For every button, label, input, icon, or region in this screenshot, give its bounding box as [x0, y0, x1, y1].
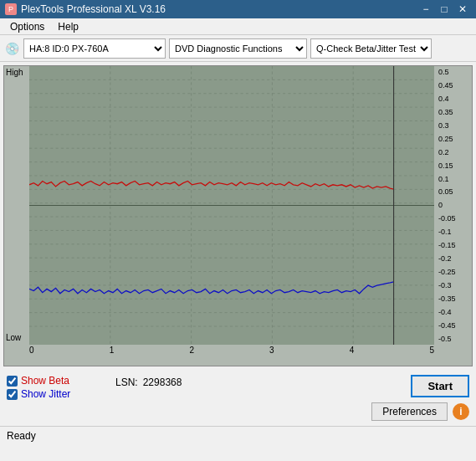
r-label-18: -0.4: [438, 308, 470, 316]
r-label-2: 0.4: [438, 95, 470, 103]
r-label-8: 0.1: [438, 175, 470, 183]
start-button[interactable]: Start: [411, 375, 469, 397]
x-label-1: 1: [110, 346, 115, 355]
menu-bar: Options Help: [0, 18, 476, 35]
menu-options[interactable]: Options: [3, 19, 51, 34]
beta-checkbox-row: Show Beta: [7, 375, 99, 387]
action-area: Start Preferences i: [371, 375, 469, 421]
bottom-panel: Show Beta Show Jitter LSN: 2298368 Start…: [0, 370, 476, 426]
x-label-4: 4: [350, 346, 355, 355]
minimize-button[interactable]: −: [417, 3, 434, 16]
function-select[interactable]: DVD Diagnostic Functions: [169, 38, 307, 59]
x-label-0: 0: [29, 346, 34, 355]
right-axis: 0.5 0.45 0.4 0.35 0.3 0.25 0.2 0.15 0.1 …: [437, 66, 472, 345]
lsn-area: LSN: 2298368: [115, 375, 182, 388]
r-label-1: 0.45: [438, 81, 470, 90]
lsn-value: 2298368: [143, 376, 182, 388]
r-label-5: 0.25: [438, 135, 470, 143]
r-label-0: 0.5: [438, 68, 470, 76]
r-label-4: 0.3: [438, 121, 470, 130]
beta-label: Show Beta: [21, 375, 69, 387]
r-label-16: -0.3: [438, 281, 470, 289]
preferences-button[interactable]: Preferences: [371, 402, 448, 421]
r-label-6: 0.2: [438, 148, 470, 156]
toolbar: 💿 HA:8 ID:0 PX-760A DVD Diagnostic Funct…: [0, 35, 476, 62]
chart-plot-area: [29, 66, 434, 345]
x-label-5: 5: [429, 346, 434, 355]
test-select[interactable]: Q-Check Beta/Jitter Test: [310, 38, 432, 59]
status-bar: Ready: [0, 426, 476, 444]
y-axis-high-label: High: [6, 68, 23, 77]
close-button[interactable]: ✕: [454, 3, 471, 16]
r-label-12: -0.1: [438, 228, 470, 236]
menu-help[interactable]: Help: [51, 19, 85, 34]
window-title: PlexTools Professional XL V3.16: [21, 3, 416, 15]
jitter-checkbox-row: Show Jitter: [7, 388, 99, 400]
r-label-20: -0.5: [438, 335, 470, 343]
info-icon[interactable]: i: [453, 403, 469, 420]
r-label-7: 0.15: [438, 161, 470, 170]
r-label-9: 0.05: [438, 187, 470, 196]
chart-svg: [29, 66, 434, 345]
r-label-13: -0.15: [438, 241, 470, 249]
beta-checkbox[interactable]: [7, 376, 18, 387]
x-label-3: 3: [269, 346, 274, 355]
preferences-row: Preferences i: [371, 402, 469, 421]
jitter-label: Show Jitter: [21, 388, 70, 400]
r-label-17: -0.35: [438, 295, 470, 303]
drive-select[interactable]: HA:8 ID:0 PX-760A: [23, 38, 166, 59]
x-label-2: 2: [189, 346, 194, 355]
status-text: Ready: [7, 430, 36, 442]
checkboxes-area: Show Beta Show Jitter: [7, 375, 99, 400]
jitter-checkbox[interactable]: [7, 389, 18, 400]
chart-container: High Low: [3, 65, 473, 366]
r-label-19: -0.45: [438, 321, 470, 330]
r-label-3: 0.35: [438, 108, 470, 116]
r-label-14: -0.2: [438, 254, 470, 263]
x-axis: 0 1 2 3 4 5: [29, 346, 434, 364]
y-axis-low-label: Low: [6, 333, 21, 342]
maximize-button[interactable]: □: [436, 3, 453, 16]
title-bar: P PlexTools Professional XL V3.16 − □ ✕: [0, 0, 476, 18]
app-icon: P: [5, 3, 17, 15]
r-label-15: -0.25: [438, 268, 470, 276]
r-label-10: 0: [438, 201, 470, 209]
r-label-11: -0.05: [438, 214, 470, 223]
drive-icon: 💿: [3, 40, 20, 57]
lsn-label: LSN:: [115, 376, 138, 388]
